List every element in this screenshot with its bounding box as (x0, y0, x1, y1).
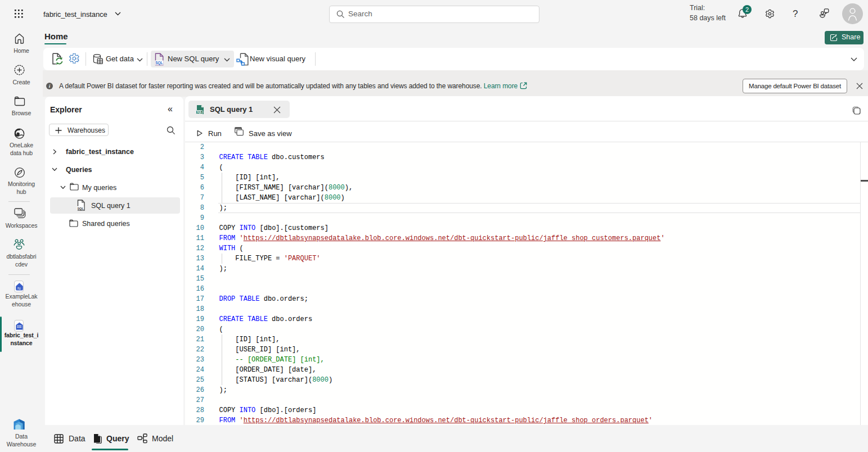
svg-text:SQL: SQL (77, 207, 84, 210)
svg-text:SQL: SQL (197, 110, 202, 114)
svg-text:SQL: SQL (155, 61, 163, 65)
